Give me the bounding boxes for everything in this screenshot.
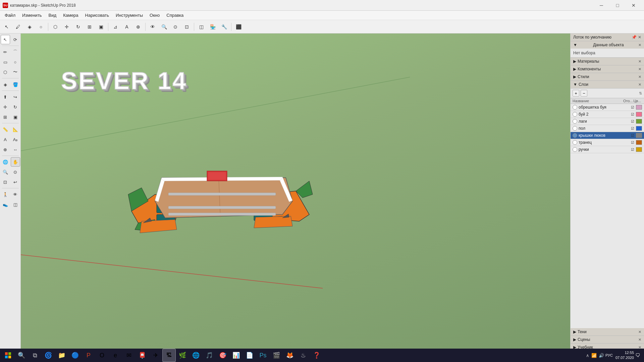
delete-layer-button[interactable]: − [581, 90, 587, 97]
tray-close[interactable]: ✕ [638, 35, 641, 40]
lt-move[interactable]: ✛ [1, 102, 10, 112]
lt-axis[interactable]: ⊕ [1, 145, 10, 154]
close-button[interactable]: ✕ [626, 0, 641, 11]
layer-color-swatch[interactable] [636, 133, 642, 138]
layer-visibility[interactable]: ☑ [629, 140, 636, 145]
taskbar-chrome[interactable]: 🌐 [189, 349, 203, 362]
taskbar-app4[interactable]: 🎯 [216, 349, 229, 362]
layer-visibility[interactable]: ☑ [629, 133, 636, 138]
lt-orbit[interactable]: 🌐 [1, 157, 10, 167]
taskbar-mail[interactable]: ✉ [122, 349, 136, 362]
shadows-section[interactable]: ▶ Тени ✕ [571, 328, 644, 336]
styles-section[interactable]: ▶ Стили ✕ [571, 73, 644, 81]
tool-move[interactable]: ✛ [61, 21, 72, 32]
tool-paint[interactable]: 🖊 [13, 21, 23, 32]
styles-close[interactable]: ✕ [638, 75, 641, 79]
layer-color-swatch[interactable] [636, 140, 642, 145]
layer-radio[interactable] [573, 140, 577, 145]
lt-dim[interactable]: ↔ [11, 145, 20, 154]
lt-pan[interactable]: ✋ [11, 157, 20, 167]
materials-section[interactable]: ▶ Материалы ✕ [571, 58, 644, 65]
components-close[interactable]: ✕ [638, 67, 641, 71]
menu-draw[interactable]: Нарисовать [82, 11, 112, 19]
tool-rotate[interactable]: ↻ [73, 21, 84, 32]
lt-3dtext[interactable]: A₃ [11, 135, 20, 144]
layer-radio[interactable] [573, 133, 577, 138]
lt-walk[interactable]: 🚶 [1, 190, 10, 199]
layer-visibility[interactable]: ☑ [629, 126, 636, 131]
lt-push-pull[interactable]: ⬆ [1, 92, 10, 102]
tray-network[interactable]: 📶 [591, 353, 597, 358]
layer-radio[interactable] [573, 112, 577, 117]
taskbar-powerpoint2[interactable]: 📊 [229, 349, 243, 362]
tool-section[interactable]: ◫ [196, 21, 207, 32]
add-layer-button[interactable]: + [573, 90, 579, 97]
menu-help[interactable]: Справка [163, 11, 187, 19]
lt-zoom[interactable]: 🔍 [1, 167, 10, 177]
entity-info-header[interactable]: ▼ Данные объекта ✕ [571, 41, 644, 49]
lt-pencil[interactable]: ✏ [1, 47, 10, 57]
taskbar-edge2[interactable]: e [109, 349, 122, 362]
menu-view[interactable]: Вид [45, 11, 60, 19]
lt-prev-view[interactable]: ↩ [11, 177, 20, 187]
layer-row[interactable]: лаги☑ [571, 118, 644, 125]
lt-offset[interactable]: ▣ [11, 112, 20, 122]
language-indicator[interactable]: РУС [605, 353, 613, 357]
taskbar-search[interactable]: 🔍 [15, 349, 28, 362]
taskbar-taskview[interactable]: ⧉ [28, 349, 42, 362]
taskbar-telegram[interactable]: ✈ [149, 349, 162, 362]
tool-tape[interactable]: ⊿ [110, 21, 121, 32]
system-clock[interactable]: 12:55 07.07.2020 [615, 350, 634, 361]
lt-arc[interactable]: ⌒ [11, 47, 20, 57]
entity-info-close[interactable]: ✕ [638, 43, 641, 47]
menu-camera[interactable]: Камера [60, 11, 82, 19]
layer-radio[interactable] [573, 119, 577, 124]
layer-row[interactable]: буй 2☑ [571, 111, 644, 118]
tool-axes[interactable]: ⊕ [133, 21, 144, 32]
tool-walk[interactable]: 👁 [147, 21, 158, 32]
taskbar-edge[interactable]: 🌀 [42, 349, 55, 362]
lt-tape[interactable]: 📏 [1, 125, 10, 134]
taskbar-notepad[interactable]: 📄 [243, 349, 256, 362]
lt-freehand[interactable]: 〜 [11, 67, 20, 77]
layer-row[interactable]: обрешетка буя☑ [571, 104, 644, 111]
taskbar-photoshop[interactable]: Ps [256, 349, 270, 362]
taskbar-sketchup-active[interactable]: 🏗 [162, 349, 176, 362]
tool-position[interactable]: 🔍 [159, 21, 169, 32]
scenes-close[interactable]: ✕ [638, 338, 641, 342]
taskbar-green[interactable]: 🌿 [176, 349, 189, 362]
taskbar-opera[interactable]: O [95, 349, 109, 362]
canvas-area[interactable]: SEVER 14 [21, 34, 570, 351]
tool-zoom-extent[interactable]: ⊡ [181, 21, 192, 32]
taskbar-help[interactable]: ❓ [310, 349, 323, 362]
taskbar-app3[interactable]: 🎵 [203, 349, 216, 362]
taskbar-app2[interactable]: 📮 [136, 349, 149, 362]
layer-color-swatch[interactable] [636, 147, 642, 152]
tool-select[interactable]: ↖ [1, 21, 12, 32]
layer-row[interactable]: ручки☑ [571, 146, 644, 153]
lt-poly[interactable]: ⬡ [1, 67, 10, 77]
layer-radio[interactable] [573, 105, 577, 110]
taskbar-powerpoint[interactable]: P [82, 349, 95, 362]
menu-window[interactable]: Окно [146, 11, 163, 19]
taskbar-steam[interactable]: ♨ [297, 349, 310, 362]
tool-push[interactable]: ⬡ [50, 21, 61, 32]
tray-pin[interactable]: 📌 [632, 35, 637, 40]
lt-rotate[interactable]: ↻ [11, 102, 20, 112]
materials-close[interactable]: ✕ [638, 59, 641, 64]
layer-visibility[interactable]: ☑ [629, 119, 636, 124]
lt-circle[interactable]: ○ [11, 57, 20, 67]
lt-zoom-extent[interactable]: ⊡ [1, 177, 10, 187]
tool-offset[interactable]: ▣ [96, 21, 106, 32]
layer-row[interactable]: пол☑ [571, 125, 644, 132]
shadows-close[interactable]: ✕ [638, 330, 641, 334]
start-button[interactable] [1, 349, 15, 362]
layer-color-swatch[interactable] [636, 119, 642, 124]
tool-extra1[interactable]: ⬛ [233, 21, 244, 32]
tool-circle[interactable]: ○ [36, 21, 46, 32]
lt-scale[interactable]: ⊞ [1, 112, 10, 122]
tool-scale[interactable]: ⊞ [84, 21, 95, 32]
lt-rect[interactable]: ▭ [1, 57, 10, 67]
tool-text[interactable]: A [121, 21, 132, 32]
lt-erase[interactable]: ◈ [1, 80, 10, 89]
